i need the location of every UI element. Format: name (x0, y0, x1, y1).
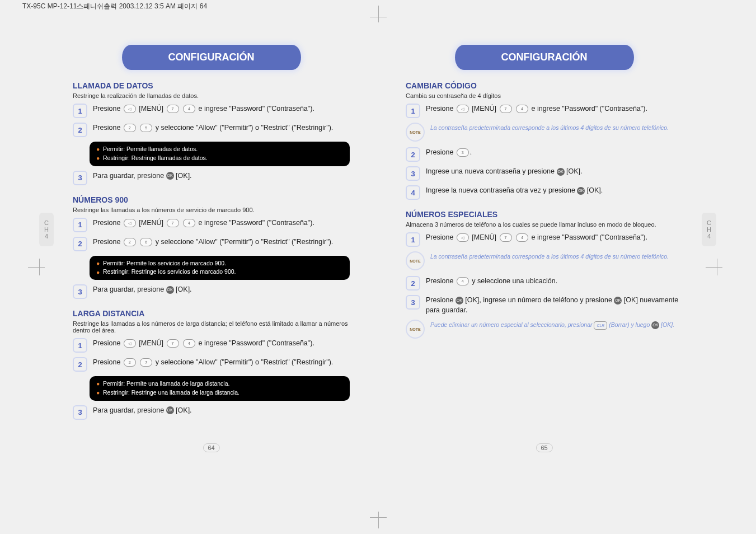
step-text: Presione ◁ [MENÚ] 7 4 e ingrese "Passwor… (93, 338, 350, 348)
step-number-icon: 3 (73, 284, 87, 299)
page-spread: CH4 CONFIGURACIÓN LLAMADA DE DATOS Restr… (50, 34, 705, 447)
step-number-icon: 3 (73, 171, 87, 185)
step-number-icon: 2 (73, 123, 87, 137)
box-line: Permitir: Permite llamadas de datos. (103, 146, 198, 152)
ok-icon: OK (651, 321, 659, 329)
step-number-icon: 3 (73, 405, 87, 420)
step-number-icon: 3 (406, 166, 420, 181)
step-number-icon: 1 (73, 338, 87, 353)
step-text: Presione ◁ [MENÚ] 7 4 e ingrese "Passwor… (426, 232, 683, 242)
note-text: La contraseña predeterminada corresponde… (430, 123, 669, 132)
box-line: Permitir: Permite una llamada de larga d… (103, 380, 229, 387)
section-900-intro: Restringe las llamadas a los números de … (73, 207, 350, 213)
step-text: Presione 2 6 y seleccione "Allow" ("Perm… (93, 237, 350, 247)
step-text: Presione ◁ [MENÚ] 7 4 e ingrese "Passwor… (93, 218, 350, 228)
ok-icon: OK (577, 187, 585, 195)
chapter-tab-right: CH4 (702, 213, 716, 246)
key-4-icon: 4 (457, 277, 469, 285)
cc-step-3: 3 Ingrese una nueva contraseña y presion… (406, 166, 683, 181)
key-4-icon: 4 (516, 233, 528, 242)
nav-icon: ◁ (124, 105, 136, 113)
page-number-right: 65 (536, 443, 552, 452)
step-number-icon: 2 (73, 237, 87, 251)
step-text: Presione 3. (426, 147, 683, 157)
page-left: CH4 CONFIGURACIÓN LLAMADA DE DATOS Restr… (50, 34, 372, 447)
key-2-icon: 2 (124, 124, 136, 132)
crop-mark-right (706, 256, 728, 278)
key-7-icon: 7 (167, 339, 179, 348)
data-call-step-1: 1 Presione ◁ [MENÚ] 7 4 e ingrese "Passw… (73, 104, 350, 118)
box-line: Restringir: Restringe llamadas de datos. (103, 154, 208, 161)
section-ld-intro: Restringe las llamadas a los números de … (73, 320, 350, 334)
key-4-icon: 4 (516, 105, 528, 113)
n900-step-2: 2 Presione 2 6 y seleccione "Allow" ("Pe… (73, 237, 350, 251)
clear-icon: CLR (594, 321, 607, 330)
key-2-icon: 2 (124, 238, 136, 246)
step-number-icon: 2 (406, 147, 420, 162)
nav-icon: ◁ (457, 233, 469, 242)
section-special-intro: Almacena 3 números de teléfono a los cua… (406, 221, 683, 228)
key-3-icon: 3 (457, 148, 469, 157)
section-data-call-title: LLAMADA DE DATOS (73, 81, 350, 90)
nav-icon: ◁ (124, 219, 136, 227)
section-special-title: NÚMEROS ESPECIALES (406, 210, 683, 219)
cc-step-1: 1 Presione ◁ [MENÚ] 7 4 e ingrese "Passw… (406, 104, 683, 118)
step-number-icon: 4 (406, 185, 420, 200)
step-number-icon: 1 (406, 104, 420, 118)
crop-mark-left (28, 256, 50, 278)
step-text: Ingrese una nueva contraseña y presione … (426, 166, 683, 176)
banner-right: CONFIGURACIÓN (455, 45, 634, 70)
step-text: Para guardar, presione OK [OK]. (93, 405, 350, 415)
key-7-icon: 7 (167, 105, 179, 113)
ld-step-2: 2 Presione 2 7 y seleccione "Allow" ("Pe… (73, 357, 350, 372)
section-900-title: NÚMEROS 900 (73, 195, 350, 204)
step-text: Presione 2 5 y seleccione "Allow" ("Perm… (93, 123, 350, 133)
key-7-icon: 7 (500, 233, 512, 242)
section-change-code-intro: Cambia su contraseña de 4 dígitos (406, 92, 683, 99)
crop-mark-bottom (367, 506, 389, 528)
section-ld-title: LARGA DISTANCIA (73, 309, 350, 318)
step-text: Para guardar, presione OK [OK]. (93, 171, 350, 181)
note-icon: NOTE (406, 320, 425, 339)
note-icon: NOTE (406, 123, 425, 142)
n900-step-1: 1 Presione ◁ [MENÚ] 7 4 e ingrese "Passw… (73, 218, 350, 232)
ok-icon: OK (557, 168, 565, 176)
step-number-icon: 1 (406, 232, 420, 247)
step-text: Ingrese la nueva contraseña otra vez y p… (426, 185, 683, 195)
step-number-icon: 3 (406, 295, 420, 310)
step-text: Para guardar, presione OK [OK]. (93, 284, 350, 294)
key-2-icon: 2 (124, 358, 136, 367)
note-icon: NOTE (406, 251, 425, 270)
sn-step-3: 3 Presione OK [OK], ingrese un número de… (406, 295, 683, 315)
chapter-tab-left: CH4 (39, 213, 54, 246)
n900-step-3: 3 Para guardar, presione OK [OK]. (73, 284, 350, 299)
step-text: Presione OK [OK], ingrese un número de t… (426, 295, 683, 315)
ok-icon: OK (166, 286, 174, 294)
banner-left: CONFIGURACIÓN (122, 45, 301, 70)
sn-step-1: 1 Presione ◁ [MENÚ] 7 4 e ingrese "Passw… (406, 232, 683, 247)
sn-step-2: 2 Presione 4 y seleccione una ubicación. (406, 276, 683, 291)
cc-step-2: 2 Presione 3. (406, 147, 683, 162)
data-call-step-2: 2 Presione 2 5 y seleccione "Allow" ("Pe… (73, 123, 350, 137)
key-7-icon: 7 (140, 358, 152, 367)
key-6-icon: 6 (140, 238, 152, 246)
ok-icon: OK (166, 172, 174, 180)
ok-icon: OK (456, 297, 463, 305)
step-number-icon: 1 (73, 218, 87, 232)
nav-icon: ◁ (457, 105, 469, 113)
ld-step-1: 1 Presione ◁ [MENÚ] 7 4 e ingrese "Passw… (73, 338, 350, 353)
info-box-900: ●Permitir: Permite los servicios de marc… (90, 256, 350, 280)
box-line: Restringir: Restringe una llamada de lar… (103, 389, 240, 396)
section-data-call-intro: Restringe la realización de llamadas de … (73, 92, 350, 99)
page-right: CH4 CONFIGURACIÓN CAMBIAR CÓDIGO Cambia … (383, 34, 705, 447)
step-text: Presione 4 y seleccione una ubicación. (426, 276, 683, 286)
info-box-ld: ●Permitir: Permite una llamada de larga … (90, 376, 350, 401)
note-text: Puede eliminar un número especial al sel… (430, 320, 674, 330)
page-number-left: 64 (203, 443, 219, 452)
step-text: Presione ◁ [MENÚ] 7 4 e ingrese "Passwor… (93, 104, 350, 114)
ld-step-3: 3 Para guardar, presione OK [OK]. (73, 405, 350, 420)
nav-icon: ◁ (124, 339, 136, 348)
cc-note-1: NOTE La contraseña predeterminada corres… (406, 123, 683, 142)
step-number-icon: 2 (73, 357, 87, 372)
key-4-icon: 4 (183, 339, 195, 348)
